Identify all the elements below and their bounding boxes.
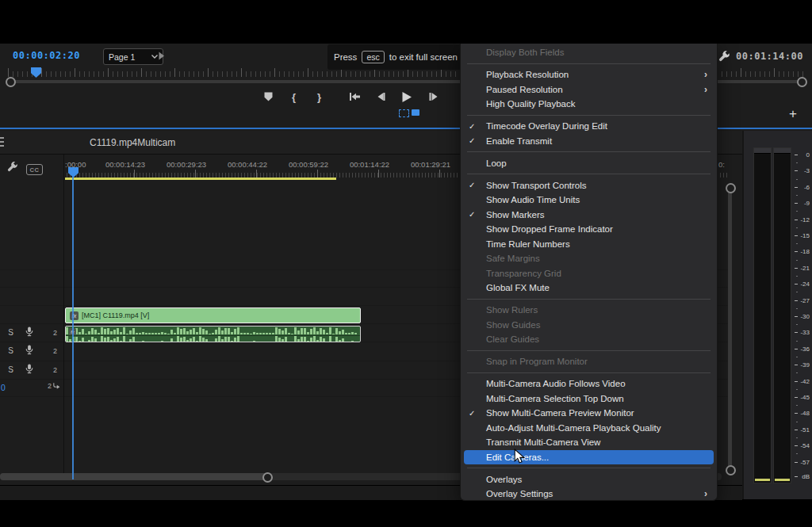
waveform-bar (348, 333, 350, 334)
waveform-bar (278, 338, 281, 342)
vertical-zoom-handle-top[interactable] (726, 183, 736, 193)
waveform-bar (151, 342, 154, 342)
waveform-bar (294, 336, 297, 342)
waveform-bar (186, 331, 189, 334)
waveform-bar (320, 337, 322, 342)
menu-item-high-quality-playback[interactable]: High Quality Playback (461, 97, 717, 112)
solo-button[interactable]: S (6, 346, 16, 355)
menu-separator (467, 151, 710, 152)
waveform-bar (107, 328, 109, 334)
waveform-bar (329, 327, 331, 334)
menu-item-label: Loop (486, 158, 507, 168)
menu-item-label: Playback Resolution (486, 70, 569, 79)
menu-item-overlay-settings[interactable]: Overlay Settings› (461, 487, 717, 502)
menu-item-multi-camera-audio-follows-video[interactable]: Multi-Camera Audio Follows Video (461, 376, 717, 391)
menu-item-show-transport-controls[interactable]: ✓Show Transport Controls (461, 178, 717, 193)
step-back-icon[interactable] (376, 89, 385, 105)
waveform-bar (129, 339, 132, 342)
menu-item-enable-transmit[interactable]: ✓Enable Transmit (461, 134, 717, 149)
fullscreen-exit-toast: Press esc to exit full screen (327, 44, 464, 70)
meter-scale-minor-tick (796, 372, 798, 373)
menu-item-time-ruler-numbers[interactable]: Time Ruler Numbers (461, 237, 717, 252)
mark-in-icon[interactable]: { (292, 89, 296, 105)
menu-separator (467, 63, 710, 64)
menu-item-label: Time Ruler Numbers (486, 239, 570, 249)
meter-scale-tick (795, 332, 798, 333)
mic-icon[interactable] (25, 344, 33, 358)
menu-item-show-markers[interactable]: ✓Show Markers (461, 208, 717, 223)
vertical-scrollbar-thumb[interactable] (728, 186, 732, 468)
add-marker-icon[interactable] (264, 89, 273, 105)
waveform-bar (215, 330, 217, 334)
mark-out-icon[interactable]: } (317, 89, 321, 105)
vertical-zoom-handle-bottom[interactable] (726, 465, 736, 475)
work-area-bar[interactable] (65, 178, 336, 180)
timeline-settings-wrench-icon[interactable] (7, 161, 18, 175)
waveform-bar (342, 330, 344, 334)
next-page-icon[interactable] (159, 52, 165, 60)
meter-scale-tick (795, 235, 798, 236)
menu-item-show-audio-time-units[interactable]: Show Audio Time Units (461, 193, 717, 208)
menu-item-timecode-overlay-during-edit[interactable]: ✓Timecode Overlay During Edit (461, 119, 717, 134)
horizontal-scrollbar-thumb[interactable] (0, 473, 268, 480)
waveform-bar (145, 333, 147, 334)
menu-item-playback-resolution[interactable]: Playback Resolution› (461, 67, 717, 82)
menu-item-multi-camera-selection-top-down[interactable]: Multi-Camera Selection Top Down (461, 391, 717, 407)
zoom-bar-right-handle[interactable] (797, 77, 807, 87)
waveform-bar (117, 337, 119, 342)
waveform-bar (224, 328, 227, 334)
waveform-bar (196, 341, 198, 342)
waveform-bar (228, 337, 230, 342)
step-forward-icon[interactable] (429, 89, 439, 105)
waveform-bar (79, 341, 81, 342)
menu-item-global-fx-mute[interactable]: Global FX Mute (461, 281, 717, 296)
zoom-bar-left-handle[interactable] (6, 77, 16, 87)
solo-button[interactable]: S (6, 365, 16, 374)
video-clip[interactable]: fx [MC1] C1119.mp4 [V] (65, 307, 361, 323)
menu-item-show-dropped-frame-indicator[interactable]: Show Dropped Frame Indicator (461, 222, 717, 237)
playhead-timecode[interactable]: 00:00:02:20 (13, 50, 80, 61)
sequence-tab[interactable]: C1119.mp4Multicam (90, 137, 175, 148)
mic-icon[interactable] (25, 326, 33, 340)
waveform-bar (332, 334, 335, 334)
waveform-bar (307, 332, 309, 334)
page-selector-dropdown[interactable]: Page 1 (103, 48, 163, 65)
mic-icon[interactable] (25, 363, 33, 377)
waveform-bar (250, 334, 252, 334)
play-icon[interactable] (401, 89, 412, 105)
waveform-bar (101, 336, 103, 342)
solo-button[interactable]: S (6, 328, 16, 337)
waveform-bar (221, 330, 224, 334)
waveform-bar (329, 336, 331, 342)
meter-scale-tick (795, 430, 798, 430)
menu-item-edit-cameras[interactable]: Edit Cameras... (464, 450, 714, 465)
menu-item-label: Multi-Camera Audio Follows Video (486, 379, 626, 388)
audio-clip[interactable]: fx (65, 326, 361, 342)
meter-scale-tick (795, 251, 798, 252)
menu-item-auto-adjust-multi-camera-playback-quality[interactable]: Auto-Adjust Multi-Camera Playback Qualit… (461, 421, 717, 436)
waveform-bar (82, 338, 84, 342)
settings-wrench-icon[interactable] (718, 50, 730, 65)
multicam-view-toggle-icon[interactable] (399, 109, 419, 117)
horizontal-zoom-handle[interactable] (262, 472, 273, 483)
menu-item-paused-resolution[interactable]: Paused Resolution› (461, 82, 717, 97)
duration-timecode[interactable]: 00:01:14:00 (736, 51, 803, 62)
plus-icon[interactable]: + (789, 107, 797, 120)
master-gain-value[interactable]: 0 (1, 383, 6, 392)
menu-item-show-multi-camera-preview-monitor[interactable]: ✓Show Multi-Camera Preview Monitor (461, 406, 717, 421)
audio-meter-right (773, 147, 791, 483)
ruler-timecode-label: 00:01:29:21 (411, 160, 450, 169)
menu-item-transmit-multi-camera-view[interactable]: Transmit Multi-Camera View (461, 435, 717, 450)
monitor-settings-context-menu: Display Both FieldsPlayback Resolution›P… (460, 44, 718, 501)
closed-captions-icon[interactable]: CC (26, 164, 43, 175)
menu-item-loop[interactable]: Loop (461, 156, 717, 171)
meter-scale-minor-tick (796, 341, 798, 342)
waveform-bar (339, 340, 341, 342)
menu-item-overlays[interactable]: Overlays (461, 472, 717, 487)
waveform-bar (161, 332, 163, 334)
waveform-bar (164, 342, 167, 342)
go-to-in-icon[interactable] (349, 89, 361, 105)
meter-scale-tick (795, 445, 798, 446)
waveform-bar (272, 333, 274, 334)
menu-item-label: Transmit Multi-Camera View (486, 437, 600, 447)
